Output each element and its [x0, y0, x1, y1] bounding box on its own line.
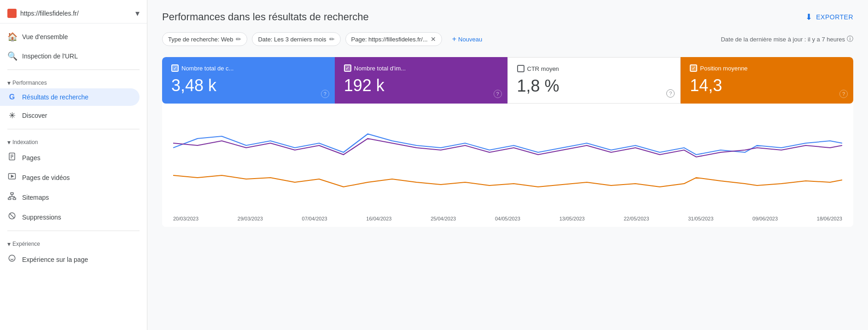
sidebar-item-label: Pages	[22, 154, 41, 162]
chart-svg	[173, 111, 842, 212]
plus-icon: +	[452, 35, 456, 43]
new-filter-button[interactable]: + Nouveau	[447, 32, 488, 46]
chart-card: Nombre total de c... 3,48 k ? Nombre tot…	[162, 57, 853, 227]
google-icon: G	[7, 93, 17, 101]
svg-rect-8	[13, 198, 16, 200]
close-icon[interactable]: ✕	[431, 35, 436, 43]
sidebar-item-label: Pages de vidéos	[22, 174, 70, 181]
svg-marker-5	[12, 175, 14, 178]
metrics-row: Nombre total de c... 3,48 k ? Nombre tot…	[162, 57, 853, 104]
metric-position-value: 14,3	[690, 75, 844, 95]
metric-impressions-checkbox[interactable]	[344, 64, 351, 72]
sidebar-item-label: Discover	[22, 112, 47, 119]
sidebar-item-label: Expérience sur la page	[22, 256, 88, 263]
metric-position-checkbox[interactable]	[690, 64, 697, 72]
section-label: Performances	[12, 80, 47, 86]
chevron-icon: ▾	[7, 240, 11, 248]
x-label: 31/05/2023	[688, 216, 713, 221]
section-title-experience: ▾ Expérience	[0, 235, 147, 249]
edit-icon[interactable]: ✏	[236, 35, 241, 43]
section-label: Indexation	[12, 139, 38, 145]
metric-ctr[interactable]: CTR moyen 1,8 % ?	[507, 57, 681, 104]
sidebar-item-suppressions[interactable]: Suppressions	[0, 207, 140, 227]
help-icon: ⓘ	[847, 35, 853, 43]
sidebar-item-resultats-recherche[interactable]: G Résultats de recherche	[0, 88, 140, 106]
x-label: 18/06/2023	[817, 216, 842, 221]
x-label: 29/03/2023	[238, 216, 263, 221]
main-header: Performances dans les résultats de reche…	[162, 11, 853, 23]
help-icon[interactable]: ?	[494, 90, 502, 98]
divider	[7, 129, 140, 129]
home-icon: 🏠	[7, 32, 17, 42]
metric-clicks-value: 3,48 k	[171, 75, 326, 95]
suppression-icon	[7, 212, 17, 222]
metric-position[interactable]: Position moyenne 14,3 ?	[681, 57, 853, 104]
sidebar-item-sitemaps[interactable]: Sitemaps	[0, 187, 140, 207]
sidebar: https://fillesfideles.fr/ ▾ 🏠 Vue d'ense…	[0, 0, 147, 330]
help-icon[interactable]: ?	[839, 90, 848, 98]
edit-icon[interactable]: ✏	[329, 35, 335, 43]
divider	[7, 231, 140, 231]
metric-ctr-checkbox[interactable]	[517, 65, 524, 72]
metric-ctr-value: 1,8 %	[517, 76, 671, 96]
filter-search-type[interactable]: Type de recherche: Web ✏	[162, 32, 247, 46]
metric-ctr-header: CTR moyen	[517, 65, 671, 72]
help-icon[interactable]: ?	[666, 89, 675, 98]
section-title-indexation: ▾ Indexation	[0, 133, 147, 148]
sidebar-item-discover[interactable]: ✳ Discover	[0, 106, 140, 125]
chart-x-labels: 20/03/2023 29/03/2023 07/04/2023 16/04/2…	[173, 214, 842, 223]
sidebar-item-label: Résultats de recherche	[22, 93, 88, 101]
metric-impressions[interactable]: Nombre total d'im... 192 k ?	[335, 57, 507, 104]
chart-container: 20/03/2023 29/03/2023 07/04/2023 16/04/2…	[162, 104, 853, 227]
x-label: 22/05/2023	[623, 216, 649, 221]
metric-clicks[interactable]: Nombre total de c... 3,48 k ?	[162, 57, 335, 104]
x-label: 20/03/2023	[173, 216, 198, 221]
sidebar-item-label: Inspection de l'URL	[22, 52, 78, 60]
sidebar-item-pages[interactable]: Pages	[0, 148, 140, 168]
filter-search-type-label: Type de recherche: Web	[168, 36, 233, 43]
x-label: 16/04/2023	[366, 216, 391, 221]
metric-clicks-title: Nombre total de c...	[181, 65, 233, 72]
last-updated-text: Date de la dernière mise à jour : il y a…	[721, 36, 845, 43]
page-title: Performances dans les résultats de reche…	[162, 11, 369, 23]
main-content: Performances dans les résultats de reche…	[147, 0, 868, 330]
section-title-performances: ▾ Performances	[0, 74, 147, 88]
export-button[interactable]: ⬇ EXPORTER	[805, 12, 853, 22]
metric-clicks-header: Nombre total de c...	[171, 64, 326, 72]
sidebar-item-label: Sitemaps	[22, 194, 49, 201]
sidebar-item-label: Vue d'ensemble	[22, 33, 68, 41]
metric-position-header: Position moyenne	[690, 64, 844, 72]
filter-page[interactable]: Page: https://fillesfideles.fr/... ✕	[345, 32, 442, 46]
export-icon: ⬇	[805, 12, 813, 22]
chevron-icon: ▾	[7, 79, 11, 87]
x-label: 07/04/2023	[302, 216, 327, 221]
svg-line-14	[10, 214, 15, 219]
url-text: https://fillesfideles.fr/	[20, 10, 135, 17]
sidebar-item-pages-videos[interactable]: Pages de vidéos	[0, 168, 140, 187]
sidebar-item-experience-page[interactable]: Expérience sur la page	[0, 249, 140, 269]
filter-page-label: Page: https://fillesfideles.fr/...	[351, 36, 428, 43]
video-icon	[7, 172, 17, 183]
metric-clicks-checkbox[interactable]	[171, 64, 179, 72]
export-label: EXPORTER	[816, 13, 853, 21]
divider	[7, 69, 140, 70]
filters-bar: Type de recherche: Web ✏ Date: Les 3 der…	[162, 32, 853, 46]
chevron-icon: ▾	[7, 139, 11, 146]
sidebar-item-vue-ensemble[interactable]: 🏠 Vue d'ensemble	[0, 27, 140, 46]
help-icon[interactable]: ?	[321, 90, 329, 98]
metric-ctr-title: CTR moyen	[527, 65, 559, 72]
x-label: 04/05/2023	[495, 216, 520, 221]
url-chevron-icon[interactable]: ▾	[135, 8, 140, 18]
url-bar[interactable]: https://fillesfideles.fr/ ▾	[0, 4, 147, 23]
svg-rect-6	[11, 193, 13, 195]
sidebar-item-inspection-url[interactable]: 🔍 Inspection de l'URL	[0, 46, 140, 66]
svg-rect-7	[8, 198, 11, 200]
metric-position-title: Position moyenne	[700, 65, 747, 72]
section-label: Expérience	[12, 241, 40, 247]
experience-icon	[7, 254, 17, 265]
filter-date[interactable]: Date: Les 3 derniers mois ✏	[252, 32, 340, 46]
x-label: 25/04/2023	[431, 216, 456, 221]
x-label: 09/06/2023	[752, 216, 778, 221]
x-label: 13/05/2023	[559, 216, 585, 221]
filter-date-label: Date: Les 3 derniers mois	[258, 36, 326, 43]
